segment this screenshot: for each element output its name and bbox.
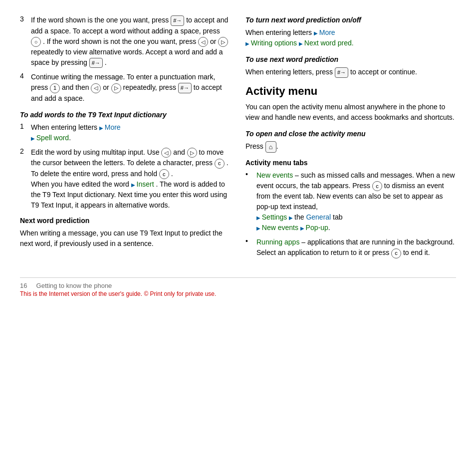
running-apps-item: • Running apps – applications that are r… bbox=[245, 237, 456, 258]
general-tab-link: General bbox=[306, 213, 331, 221]
footer-spacing bbox=[29, 282, 34, 289]
new-events-item: • New events – such as missed calls and … bbox=[245, 170, 456, 233]
turn-on-text: When entering letters More Writing optio… bbox=[245, 27, 456, 48]
tab-text: tab bbox=[333, 213, 342, 221]
open-close-heading: To open and close the activity menu bbox=[245, 129, 456, 139]
t9-item2-text5: When you have edited the word bbox=[31, 180, 129, 188]
settings-link: Settings bbox=[262, 213, 287, 221]
activity-intro: You can open the activity menu almost an… bbox=[245, 102, 456, 123]
t9-item-number-1: 1 bbox=[20, 122, 27, 143]
next-word-pred-link: Next word pred. bbox=[304, 39, 354, 47]
t9-list-item-2: 2 Edit the word by using multitap input.… bbox=[20, 147, 231, 211]
arrow-the bbox=[289, 213, 294, 221]
left-nav-key-2: ◁ bbox=[91, 83, 101, 93]
open-close-text1: Press bbox=[245, 142, 263, 150]
item-number-3: 3 bbox=[20, 15, 27, 68]
use-heading: To use next word prediction bbox=[245, 54, 456, 65]
spell-word-link: Spell word bbox=[36, 134, 69, 142]
item4-text3: or bbox=[103, 83, 109, 91]
left-nav-key-1: ◁ bbox=[198, 37, 208, 47]
item-4-content: Continue writing the message. To enter a… bbox=[31, 72, 231, 104]
footer-main: 16 Getting to know the phone bbox=[20, 282, 456, 289]
turn-on-text1: When entering letters bbox=[245, 28, 312, 36]
turn-on-heading: To turn next word prediction on/off bbox=[245, 15, 456, 25]
key-1-btn: 1 bbox=[50, 83, 60, 93]
list-item-4: 4 Continue writing the message. To enter… bbox=[20, 72, 231, 104]
use-text2: to accept or continue. bbox=[350, 68, 417, 76]
arrow-more-1 bbox=[99, 123, 105, 131]
arrow-writing bbox=[245, 39, 251, 47]
footer-copyright: This is the Internet version of the user… bbox=[20, 290, 456, 297]
t9-list-item-1: 1 When entering letters More Spell word. bbox=[20, 122, 231, 143]
insert-link: Insert bbox=[137, 180, 154, 188]
t9-left-key: ◁ bbox=[161, 148, 171, 158]
t9-item2-text4: . bbox=[171, 170, 173, 178]
arrow-new-events-2 bbox=[256, 224, 262, 232]
activity-menu-heading: Activity menu bbox=[245, 85, 456, 98]
running-apps-label: Running apps bbox=[256, 238, 299, 246]
page-label: Getting to know the phone bbox=[36, 282, 112, 289]
the-text: the bbox=[294, 213, 304, 221]
t9-item-1-content: When entering letters More Spell word. bbox=[31, 122, 231, 143]
t9-item-2-content: Edit the word by using multitap input. U… bbox=[31, 147, 231, 211]
popup-link: Pop-up bbox=[306, 224, 328, 232]
page-number: 16 bbox=[20, 282, 27, 289]
use-text1: When entering letters, press bbox=[245, 68, 333, 76]
arrow-popup bbox=[300, 224, 306, 232]
t9-heading: To add words to the T9 Text Input dictio… bbox=[20, 110, 231, 120]
more-link-1: More bbox=[105, 123, 121, 131]
item3-text7: . bbox=[105, 58, 107, 66]
new-events-label: New events bbox=[256, 171, 293, 179]
use-text: When entering letters, press #→ to accep… bbox=[245, 67, 456, 78]
running-apps-content: Running apps – applications that are run… bbox=[256, 237, 456, 258]
t9-item2-and: and bbox=[173, 148, 187, 156]
bullet-1: • bbox=[245, 170, 252, 233]
right-nav-key-1: ▷ bbox=[218, 37, 228, 47]
circle-key-1: ○ bbox=[31, 37, 41, 47]
right-nav-key-2: ▷ bbox=[111, 83, 121, 93]
hash-key-3: #→ bbox=[178, 83, 192, 93]
t9-item-number-2: 2 bbox=[20, 147, 27, 211]
new-events-content: New events – such as missed calls and me… bbox=[256, 170, 456, 233]
t9-c-key-2: c bbox=[159, 169, 169, 179]
t9-c-key-1: c bbox=[215, 159, 225, 169]
writing-options-link: Writing options bbox=[251, 39, 297, 47]
item3-text5: or bbox=[210, 37, 216, 45]
item3-text6: repeatedly to view alternative words. Ac… bbox=[31, 48, 223, 66]
item-number-4: 4 bbox=[20, 72, 27, 104]
arrow-next-pred bbox=[299, 39, 304, 47]
left-column: 3 If the word shown is the one you want,… bbox=[20, 15, 231, 262]
c-key-running: c bbox=[391, 248, 401, 258]
item4-and-then: and then bbox=[62, 83, 89, 91]
arrow-spell bbox=[31, 134, 36, 142]
more-link-2: More bbox=[319, 28, 335, 36]
item3-text1: If the word shown is the one you want, p… bbox=[31, 16, 169, 24]
next-word-heading: Next word prediction bbox=[20, 216, 231, 226]
open-close-text: Press ⌂. bbox=[245, 141, 456, 153]
bullet-2: • bbox=[245, 237, 252, 258]
hash-key-2: #→ bbox=[89, 58, 103, 68]
right-column: To turn next word prediction on/off When… bbox=[245, 15, 456, 262]
t9-item1-text: When entering letters bbox=[31, 123, 97, 131]
tabs-heading: Activity menu tabs bbox=[245, 158, 456, 168]
item3-text3: . If the word shown is not the one you w… bbox=[43, 37, 196, 45]
item4-text4: repeatedly, press bbox=[123, 83, 176, 91]
arrow-more-2 bbox=[314, 28, 319, 36]
t9-item2-text1: Edit the word by using multitap input. U… bbox=[31, 148, 160, 156]
c-key-new-events: c bbox=[372, 181, 382, 191]
item-3-content: If the word shown is the one you want, p… bbox=[31, 15, 231, 68]
t9-right-key: ▷ bbox=[187, 148, 197, 158]
footer: 16 Getting to know the phone This is the… bbox=[20, 277, 456, 297]
page-layout: 3 If the word shown is the one you want,… bbox=[20, 15, 456, 262]
arrow-insert bbox=[131, 180, 137, 188]
list-item-3: 3 If the word shown is the one you want,… bbox=[20, 15, 231, 68]
arrow-settings bbox=[256, 213, 262, 221]
next-word-text: When writing a message, you can use T9 T… bbox=[20, 228, 231, 249]
running-apps-text2: to end it. bbox=[403, 248, 430, 256]
hash-key-use: #→ bbox=[335, 67, 348, 78]
menu-key: ⌂ bbox=[265, 141, 276, 153]
new-events-link-2: New events bbox=[262, 224, 298, 232]
hash-key-1: #→ bbox=[171, 15, 184, 26]
